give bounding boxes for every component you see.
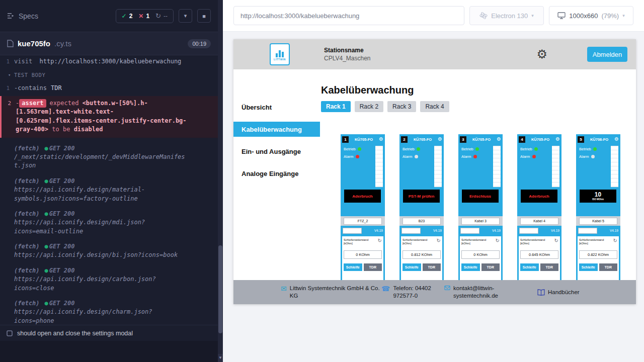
schleife-button[interactable]: Schleife: [461, 263, 480, 271]
tab-rack-3[interactable]: Rack 3: [387, 101, 416, 112]
measurement-title: Schleifenwiderstand [kOhm]: [403, 238, 431, 245]
log-fetch-entry[interactable]: (fetch)●GET 200 /_next/static/developmen…: [0, 144, 218, 170]
collapse-runner-button[interactable]: ▾: [179, 9, 192, 23]
cable-label-field[interactable]: B23: [403, 218, 441, 225]
dash: -: [16, 100, 19, 107]
fetch-url: https://api.iconify.design/bi.json?icons…: [14, 251, 187, 259]
status-button[interactable]: PST-M prüfen: [403, 190, 440, 203]
meter-strip: [611, 146, 618, 187]
refresh-icon[interactable]: ↻: [378, 238, 382, 243]
status-button[interactable]: Aderbruch: [521, 190, 557, 203]
schleife-button[interactable]: Schleife: [403, 263, 421, 271]
schleife-button[interactable]: Schleife: [344, 263, 362, 271]
app-frame: LITTWIN Stationsname CPLV4_Maschen ⚙ Abm…: [233, 39, 636, 304]
card-header: 4 KÜ705-FO ⚙: [517, 134, 561, 144]
command-log[interactable]: 1 visit http://localhost:3000/kabelueber…: [0, 56, 218, 325]
tab-rack-2[interactable]: Rack 2: [355, 101, 383, 112]
schleife-button[interactable]: Schleife: [520, 263, 539, 271]
sidebar-item-kabelueberwachung[interactable]: Kabelüberwachung: [233, 122, 320, 137]
log-fetch-entry[interactable]: (fetch)●GET 200 https://api.iconify.desi…: [0, 210, 218, 236]
fetch-url: https://api.iconify.design/carbon.json?i…: [14, 275, 187, 293]
fetch-label: (fetch): [14, 177, 40, 185]
stop-tests-button[interactable]: ■: [197, 9, 211, 23]
fetch-label: (fetch): [14, 145, 40, 152]
tdr-button[interactable]: TDR: [481, 263, 500, 271]
gear-icon[interactable]: ⚙: [497, 137, 501, 142]
version-row: V4.19: [576, 227, 620, 234]
log-assert-failed[interactable]: 2 -assertexpected <button.w-[50%].h-[1.5…: [0, 96, 218, 138]
cable-label-field[interactable]: Kabel 5: [579, 218, 617, 225]
tab-rack-4[interactable]: Rack 4: [420, 101, 449, 112]
status-button[interactable]: 10 ISO MOhm: [580, 190, 616, 203]
log-fetch-entry[interactable]: (fetch)●GET 200 https://api.iconify.desi…: [0, 266, 218, 293]
schleife-button[interactable]: Schleife: [579, 263, 598, 271]
cable-label-field[interactable]: Kabel 4: [520, 218, 558, 225]
app-footer: ✉ Littwin Systemtechnik GmbH & Co. KG ☎ …: [233, 280, 636, 304]
scrollbar-down-arrow[interactable]: ▼: [218, 354, 223, 362]
next-test-row[interactable]: should open and close the settings modal: [0, 325, 218, 341]
status-dot-icon: ●: [45, 243, 48, 250]
sidebar-item-ein-und-ausgaenge[interactable]: Ein- und Ausgänge: [233, 144, 320, 159]
device-card: 2 KÜ705-FO ⚙ Betrieb Alarm PST-M prüfen …: [399, 134, 444, 300]
card-number: 4: [519, 136, 525, 143]
sidebar-item-analoge-eingaenge[interactable]: Analoge Eingänge: [233, 166, 320, 181]
tdr-button[interactable]: TDR: [423, 263, 441, 271]
spec-extension: .cy.ts: [54, 39, 71, 48]
browser-selector[interactable]: Electron 130 ▾: [469, 6, 544, 25]
refresh-icon[interactable]: ↻: [554, 238, 558, 243]
settings-gear-icon[interactable]: ⚙: [536, 48, 547, 60]
log-fetch-entry[interactable]: (fetch)●GET 200 https://api.iconify.desi…: [0, 177, 218, 203]
gear-icon[interactable]: ⚙: [555, 137, 560, 142]
cable-label-field[interactable]: FTZ_2: [344, 218, 382, 225]
footer-manuals[interactable]: Handbücher: [537, 289, 580, 296]
fetch-label: (fetch): [14, 267, 40, 274]
mini-field: [343, 228, 362, 234]
sidebar-item-uebersicht[interactable]: Übersicht: [233, 100, 320, 115]
fetch-status: GET 200: [49, 267, 75, 274]
log-contains-command[interactable]: 1 -containsTDR: [0, 83, 218, 94]
status-button[interactable]: Aderbruch: [344, 190, 381, 203]
cable-label-field[interactable]: Kabel 3: [461, 218, 500, 225]
runner-scrollbar[interactable]: ▼: [218, 0, 223, 362]
log-fetch-entry[interactable]: (fetch)●GET 200 https://api.iconify.desi…: [0, 242, 218, 260]
led-green-icon: [593, 147, 597, 151]
passed-count: 2: [129, 13, 133, 20]
tdr-button[interactable]: TDR: [599, 263, 618, 271]
card-model: KÜ705-FO: [468, 137, 495, 142]
fetch-status: GET 200: [49, 177, 75, 185]
footer-company: ✉ Littwin Systemtechnik GmbH & Co. KG: [281, 285, 381, 300]
refresh-icon[interactable]: ↻: [496, 238, 500, 243]
footer-email[interactable]: kontakt@littwin-systemtechnik.de: [444, 285, 527, 300]
log-fetch-entry[interactable]: (fetch)●GET 200 https://api.iconify.desi…: [0, 299, 218, 325]
refresh-icon: ↻: [155, 12, 161, 20]
gear-icon[interactable]: ⚙: [614, 137, 619, 142]
gear-icon[interactable]: ⚙: [379, 137, 383, 142]
scrollbar-thumb[interactable]: [218, 245, 222, 333]
email-outline-icon: [444, 285, 450, 291]
measurement-title: Schleifenwiderstand [kOhm]: [344, 238, 372, 245]
log-visit-command[interactable]: 1 visit http://localhost:3000/kabelueber…: [0, 56, 218, 67]
stat-passed: ✓2: [122, 13, 133, 20]
refresh-icon[interactable]: ↻: [613, 238, 617, 243]
footer-email-text: kontakt@littwin-systemtechnik.de: [453, 285, 527, 300]
refresh-icon[interactable]: ↻: [437, 238, 441, 243]
logout-button[interactable]: Abmelden: [587, 47, 627, 62]
tdr-button[interactable]: TDR: [540, 263, 559, 271]
chevron-down-icon: ▾: [8, 72, 11, 78]
status-dot-icon: ●: [45, 177, 48, 185]
app-header: LITTWIN Stationsname CPLV4_Maschen ⚙ Abm…: [233, 39, 636, 69]
tab-rack-1[interactable]: Rack 1: [321, 101, 351, 112]
tdr-button[interactable]: TDR: [364, 263, 382, 271]
aut-region: http://localhost:3000/kabelueberwachung …: [223, 0, 644, 362]
spec-name[interactable]: kue705fo: [18, 39, 50, 48]
viewport-selector[interactable]: 1000x660 (79%) ▾: [549, 6, 633, 25]
status-button[interactable]: Erdschluss: [462, 190, 499, 203]
station-name: CPLV4_Maschen: [324, 55, 371, 62]
gear-icon[interactable]: ⚙: [438, 137, 442, 142]
url-bar[interactable]: http://localhost:3000/kabelueberwachung: [233, 6, 464, 25]
led-red-icon: [532, 155, 536, 158]
test-body-section-toggle[interactable]: ▾ TEST BODY: [0, 67, 218, 82]
specs-menu-button[interactable]: Specs: [7, 12, 38, 20]
station-label: Stationsname: [324, 47, 371, 54]
specs-label: Specs: [19, 12, 38, 20]
